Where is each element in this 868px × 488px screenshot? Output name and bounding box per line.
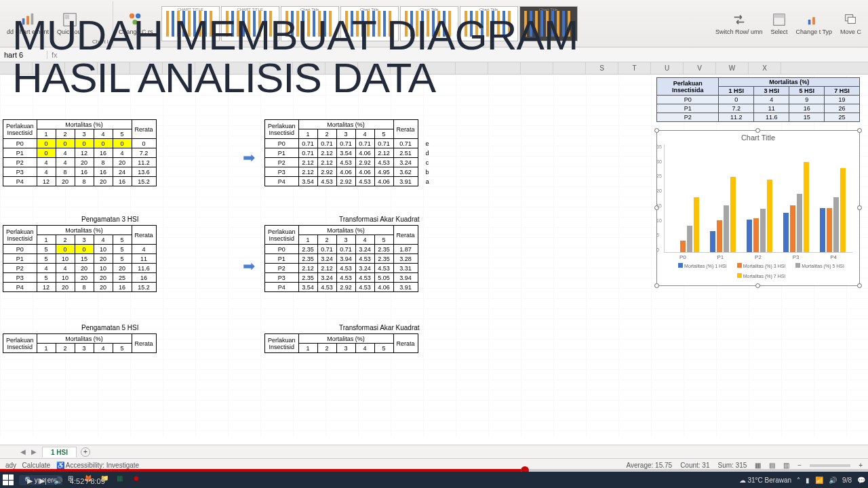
tray-up-icon[interactable]: ˄ [797, 476, 800, 484]
battery-icon[interactable]: ▮ [806, 476, 810, 484]
table-pengamatan-5[interactable]: PerlakuanInsectisidMortalitas (%)Rerata1… [3, 333, 157, 353]
view-normal-icon[interactable]: ▦ [755, 462, 761, 469]
new-sheet-button[interactable]: + [81, 447, 90, 457]
weather-widget[interactable]: ☁ 31°C Berawan [739, 476, 791, 484]
section-title: Pengamatan 5 HSI [81, 324, 139, 331]
video-controls[interactable]: ▶ ▶| 🔊 4:52 / 8:09 [27, 476, 105, 485]
taskbar[interactable]: 🔍 ype ere ⊞ 🦊 📁 ▦ ⏺ ☁ 31°C Berawan ˄ ▮ 📶… [0, 472, 868, 488]
change-chart-type-button[interactable]: Change t Typ [793, 11, 835, 37]
zoom-in-icon[interactable]: + [859, 462, 863, 469]
section-title: Pengamatan 3 HSI [81, 216, 139, 223]
svg-rect-9 [774, 14, 785, 18]
svg-rect-10 [808, 20, 811, 24]
view-break-icon[interactable]: ▥ [783, 462, 789, 469]
nav-prev-icon[interactable]: ◀ [20, 448, 26, 455]
table-pengamatan-1[interactable]: PerlakuanInsectisidMortalitas (%)Rerata1… [3, 119, 157, 186]
status-ready: ady [5, 462, 16, 469]
status-calculate: Calculate [22, 462, 50, 469]
table-transformasi-5[interactable]: PerlakuanInsectisidMortalitas (%)Rerata1… [264, 333, 418, 353]
status-average: Average: 15.75 [626, 462, 672, 469]
chart-plot-area[interactable]: 35302520151050 [664, 144, 852, 253]
switch-row-column-button[interactable]: Switch Row/ umn [713, 11, 766, 37]
status-accessibility[interactable]: Accessibility: Investigate [66, 462, 139, 469]
sheet-tab-active[interactable]: 1 HSI [42, 447, 77, 458]
volume-tray-icon[interactable]: 🔊 [829, 476, 837, 484]
table-transformasi-3[interactable]: PerlakuanInsectisidMortalitas (%)Rerata1… [264, 225, 418, 292]
zoom-slider[interactable] [810, 464, 850, 467]
zoom-out-icon[interactable]: − [797, 462, 802, 469]
selected-data-table[interactable]: PerlakuanInsectisidaMortalitas (%)1 HSI3… [656, 77, 860, 122]
arrow-icon: ➡ [243, 258, 255, 275]
svg-rect-13 [848, 17, 856, 23]
next-icon[interactable]: ▶| [39, 476, 47, 485]
svg-rect-11 [812, 17, 815, 24]
worksheet[interactable]: PerlakuanInsectisidMortalitas (%)Rerata1… [0, 75, 868, 438]
chart-legend[interactable]: Mortalitas (%) 1 HSIMortalitas (%) 3 HSI… [657, 262, 859, 280]
select-data-button[interactable]: Select [768, 11, 791, 37]
notification-icon[interactable]: 💬 [857, 476, 865, 484]
status-sum: Sum: 315 [718, 462, 747, 469]
table-transformasi-1[interactable]: PerlakuanInsectisidMortalitas (%)Rerata1… [264, 119, 437, 186]
chart-title[interactable]: Chart Title [657, 131, 859, 144]
excel-icon[interactable]: ▦ [117, 474, 127, 485]
view-page-icon[interactable]: ▤ [769, 462, 775, 469]
move-chart-button[interactable]: Move C [837, 11, 864, 37]
status-count: Count: 31 [680, 462, 709, 469]
clock[interactable]: 9/8 [842, 476, 852, 484]
video-title-overlay: MUDAH MEMBUAT DIAGRAM HASIL ANALISIS DAT… [12, 14, 578, 99]
play-icon[interactable]: ▶ [27, 476, 33, 485]
chart-object[interactable]: Chart Title 35302520151050 P0P1P2P3P4 Mo… [656, 130, 860, 286]
section-title: Transformasi Akar Kuadrat [339, 324, 420, 331]
record-icon[interactable]: ⏺ [133, 474, 144, 485]
chart-x-labels: P0P1P2P3P4 [664, 254, 852, 260]
arrow-icon: ➡ [243, 149, 255, 167]
section-title: Transformasi Akar Kuadrat [339, 216, 420, 223]
sheet-tabs[interactable]: ◀ ▶ 1 HSI + [0, 445, 868, 458]
start-button[interactable] [3, 474, 14, 485]
video-time: 4:52 / 8:09 [70, 477, 105, 485]
wifi-icon[interactable]: 📶 [815, 476, 823, 484]
nav-next-icon[interactable]: ▶ [31, 448, 37, 455]
table-pengamatan-3[interactable]: PerlakuanInsectisidMortalitas (%)Rerata1… [3, 225, 157, 292]
accessibility-icon[interactable]: ♿ [56, 462, 64, 469]
volume-icon[interactable]: 🔊 [54, 476, 63, 485]
